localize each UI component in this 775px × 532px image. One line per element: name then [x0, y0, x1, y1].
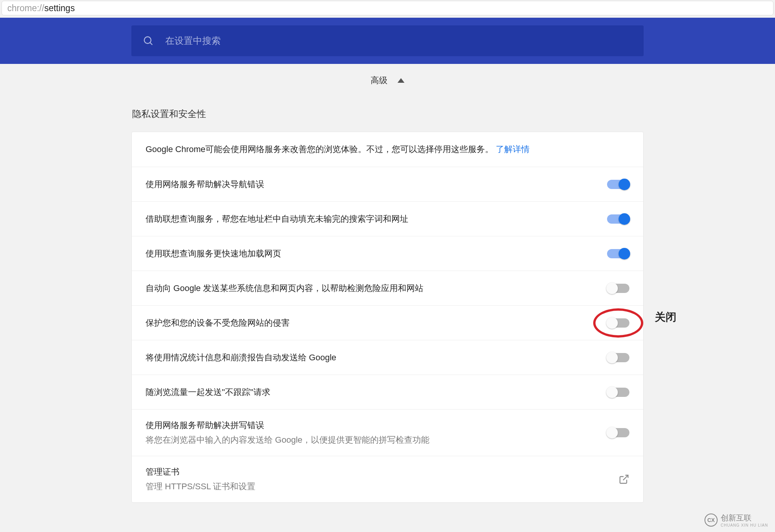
watermark: CX 创新互联 CHUANG XIN HU LIAN [705, 513, 768, 527]
setting-row-spellcheck: 使用网络服务帮助解决拼写错误 将您在浏览器中输入的内容发送给 Google，以便… [132, 409, 643, 456]
setting-row-usage-stats: 将使用情况统计信息和崩溃报告自动发送给 Google [132, 340, 643, 375]
svg-line-1 [150, 43, 153, 45]
section-title-privacy: 隐私设置和安全性 [131, 97, 644, 132]
setting-row-certificates[interactable]: 管理证书 管理 HTTPS/SSL 证书和设置 [132, 456, 643, 502]
settings-search[interactable]: 在设置中搜索 [131, 25, 644, 56]
setting-row-prefetch: 使用联想查询服务更快速地加载网页 [132, 236, 643, 271]
setting-row-nav-errors: 使用网络服务帮助解决导航错误 [132, 167, 643, 201]
url-prefix: chrome:// [7, 3, 44, 13]
setting-row-send-system-info: 自动向 Google 发送某些系统信息和网页内容，以帮助检测危险应用和网站 [132, 271, 643, 305]
setting-label: 使用网络服务帮助解决拼写错误 [146, 420, 598, 431]
privacy-card: Google Chrome可能会使用网络服务来改善您的浏览体验。不过，您可以选择… [131, 132, 644, 503]
annotation-label: 关闭 [655, 310, 676, 325]
svg-point-0 [144, 37, 151, 44]
toggle-do-not-track[interactable] [607, 388, 629, 397]
toggle-send-system-info[interactable] [607, 284, 629, 293]
search-icon [143, 35, 154, 46]
learn-more-link[interactable]: 了解详情 [496, 144, 530, 154]
advanced-label: 高级 [371, 75, 388, 86]
setting-label: 随浏览流量一起发送"不跟踪"请求 [146, 386, 598, 398]
watermark-subtext: CHUANG XIN HU LIAN [721, 523, 768, 527]
settings-header: 在设置中搜索 [0, 18, 775, 64]
search-placeholder: 在设置中搜索 [165, 35, 632, 47]
setting-label: 使用联想查询服务更快速地加载网页 [146, 248, 598, 259]
setting-label: 将使用情况统计信息和崩溃报告自动发送给 Google [146, 352, 598, 363]
svg-line-2 [623, 475, 628, 480]
setting-row-safe-browsing: 保护您和您的设备不受危险网站的侵害 [132, 305, 643, 340]
toggle-nav-errors[interactable] [607, 180, 629, 189]
setting-row-suggestions: 借助联想查询服务，帮您在地址栏中自动填充未输完的搜索字词和网址 [132, 201, 643, 236]
settings-content: 隐私设置和安全性 Google Chrome可能会使用网络服务来改善您的浏览体验… [131, 97, 644, 503]
toggle-safe-browsing[interactable] [607, 318, 629, 328]
chevron-up-icon [398, 78, 404, 83]
privacy-intro-text: Google Chrome可能会使用网络服务来改善您的浏览体验。不过，您可以选择… [146, 144, 493, 154]
url-path: settings [44, 3, 75, 13]
setting-label: 借助联想查询服务，帮您在地址栏中自动填充未输完的搜索字词和网址 [146, 213, 598, 225]
setting-label: 自动向 Google 发送某些系统信息和网页内容，以帮助检测危险应用和网站 [146, 283, 598, 294]
setting-label: 保护您和您的设备不受危险网站的侵害 [146, 317, 598, 329]
setting-label: 使用网络服务帮助解决导航错误 [146, 179, 598, 190]
advanced-toggle[interactable]: 高级 [0, 64, 775, 97]
setting-row-do-not-track: 随浏览流量一起发送"不跟踪"请求 [132, 375, 643, 409]
toggle-usage-stats[interactable] [607, 353, 629, 362]
setting-label: 管理证书 [146, 466, 609, 478]
watermark-badge: CX [705, 514, 718, 527]
watermark-text: 创新互联 [721, 514, 752, 522]
privacy-intro-row: Google Chrome可能会使用网络服务来改善您的浏览体验。不过，您可以选择… [132, 132, 643, 167]
setting-sublabel: 管理 HTTPS/SSL 证书和设置 [146, 481, 609, 492]
external-link-icon [619, 474, 629, 485]
address-bar[interactable]: chrome://settings [2, 1, 773, 15]
toggle-spellcheck[interactable] [607, 428, 629, 437]
setting-sublabel: 将您在浏览器中输入的内容发送给 Google，以便提供更智能的拼写检查功能 [146, 434, 598, 446]
toggle-suggestions[interactable] [607, 214, 629, 224]
toggle-prefetch[interactable] [607, 249, 629, 258]
